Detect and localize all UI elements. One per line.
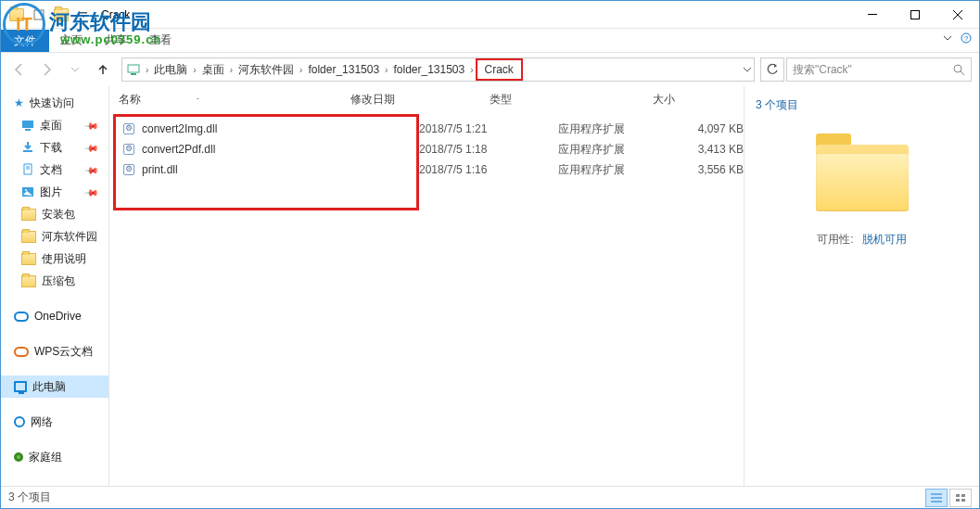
nav-recent-icon[interactable]	[62, 57, 88, 83]
svg-rect-1	[80, 12, 87, 14]
navigation-pane: ★快速访问 桌面📌 下载📌 文档📌 图片📌 安装包 河东软件园 使用说明 压缩包…	[1, 86, 109, 486]
file-date: 2018/7/5 1:21	[419, 122, 558, 135]
download-icon	[21, 141, 34, 154]
file-row[interactable]: convert2Pdf.dll	[116, 139, 416, 159]
ribbon-view-tab[interactable]: 查看	[138, 29, 183, 52]
status-bar: 3 个项目	[1, 486, 979, 508]
sidebar-item-desktop[interactable]: 桌面📌	[1, 114, 108, 136]
folder-icon	[6, 5, 27, 25]
view-large-button[interactable]	[949, 489, 972, 507]
folder-icon	[21, 275, 36, 287]
ribbon: 文件 主页 共享 查看 ?	[1, 29, 979, 53]
cloud-icon	[14, 312, 29, 322]
navigation-bar: › 此电脑› 桌面› 河东软件园› folder_131503› folder_…	[1, 53, 979, 86]
window-title: Crack	[101, 8, 130, 21]
file-size: 3,413 KB	[669, 143, 744, 156]
status-item-count: 3 个项目	[8, 490, 51, 505]
search-placeholder: 搜索"Crack"	[793, 62, 852, 78]
sidebar-onedrive[interactable]: OneDrive	[1, 305, 108, 327]
nav-back-button[interactable]	[6, 57, 32, 83]
svg-rect-0	[34, 10, 44, 19]
address-dropdown-icon[interactable]	[743, 65, 752, 74]
refresh-button[interactable]	[760, 57, 784, 82]
svg-rect-6	[128, 65, 139, 72]
sidebar-wps[interactable]: WPS云文档	[1, 340, 108, 363]
breadcrumb-seg-4[interactable]: folder_131503	[389, 58, 468, 81]
folder-icon	[21, 209, 36, 221]
highlight-annotation: convert2Img.dll convert2Pdf.dll print.dl…	[113, 114, 419, 210]
svg-rect-21	[956, 494, 960, 497]
pin-icon: 📌	[84, 140, 99, 155]
search-box[interactable]: 搜索"Crack"	[786, 57, 972, 82]
nav-up-button[interactable]	[90, 57, 116, 83]
sidebar-item-documents[interactable]: 文档📌	[1, 159, 108, 181]
folder-icon	[21, 231, 36, 243]
details-item-count: 3 个项目	[756, 97, 968, 113]
pin-icon: 📌	[84, 118, 99, 133]
file-row[interactable]: convert2Img.dll	[116, 119, 416, 139]
sidebar-item-hedong[interactable]: 河东软件园	[1, 225, 108, 248]
svg-point-8	[954, 65, 961, 72]
cloud-icon	[14, 347, 29, 357]
pc-icon	[14, 381, 27, 392]
qat-customize-icon[interactable]	[73, 5, 94, 25]
file-type: 应用程序扩展	[558, 121, 669, 137]
pin-icon: 📌	[84, 162, 99, 177]
file-name: convert2Pdf.dll	[142, 143, 215, 156]
chevron-right-icon[interactable]: ›	[144, 65, 150, 75]
column-type[interactable]: 类型	[490, 92, 601, 108]
sidebar-item-archives[interactable]: 压缩包	[1, 270, 108, 292]
minimize-button[interactable]	[851, 1, 894, 28]
ribbon-help-icon[interactable]: ?	[961, 32, 972, 44]
sidebar-item-instructions[interactable]: 使用说明	[1, 248, 108, 270]
svg-line-9	[961, 71, 964, 75]
sidebar-quick-access[interactable]: ★快速访问	[1, 92, 108, 114]
svg-rect-12	[23, 150, 32, 152]
qat-properties-icon[interactable]	[29, 5, 49, 25]
star-icon: ★	[14, 96, 24, 109]
sidebar-item-pictures[interactable]: 图片📌	[1, 181, 108, 203]
svg-rect-10	[22, 121, 33, 128]
svg-rect-22	[961, 494, 965, 497]
breadcrumb-seg-1[interactable]: 桌面	[198, 58, 228, 81]
view-details-button[interactable]	[925, 489, 948, 507]
maximize-button[interactable]	[894, 1, 936, 28]
file-type: 应用程序扩展	[558, 162, 669, 178]
title-bar: Crack	[1, 1, 979, 29]
file-type: 应用程序扩展	[558, 142, 669, 158]
svg-rect-2	[868, 14, 877, 15]
search-icon[interactable]	[952, 63, 965, 76]
sidebar-item-downloads[interactable]: 下载📌	[1, 136, 108, 159]
file-size: 4,097 KB	[669, 122, 744, 135]
details-pane: 3 个项目 可用性: 脱机可用	[744, 86, 979, 486]
picture-icon	[21, 185, 34, 198]
ribbon-share-tab[interactable]: 共享	[94, 29, 138, 52]
breadcrumb-seg-2[interactable]: 河东软件园	[235, 58, 298, 81]
address-bar[interactable]: › 此电脑› 桌面› 河东软件园› folder_131503› folder_…	[121, 57, 755, 82]
breadcrumb-seg-3[interactable]: folder_131503	[304, 58, 383, 81]
column-name[interactable]: 名称ˆ	[119, 92, 350, 108]
nav-forward-button[interactable]	[34, 57, 60, 83]
column-headers: 名称ˆ 修改日期 类型 大小	[109, 86, 744, 112]
file-date: 2018/7/5 1:18	[419, 143, 558, 156]
sidebar-item-install[interactable]: 安装包	[1, 203, 108, 225]
column-date[interactable]: 修改日期	[350, 92, 490, 108]
dll-icon	[121, 162, 136, 177]
sidebar-thispc[interactable]: 此电脑	[1, 375, 108, 398]
svg-text:?: ?	[964, 34, 969, 43]
file-name: convert2Img.dll	[142, 122, 217, 135]
sidebar-network[interactable]: 网络	[1, 411, 108, 433]
close-button[interactable]	[936, 1, 979, 28]
column-size[interactable]: 大小	[601, 92, 675, 108]
breadcrumb-seg-0[interactable]: 此电脑	[150, 58, 191, 81]
ribbon-expand-icon[interactable]	[942, 32, 953, 44]
file-row[interactable]: print.dll	[116, 159, 416, 180]
sidebar-homegroup[interactable]: 家庭组	[1, 446, 108, 468]
pc-icon	[126, 62, 141, 77]
file-size: 3,556 KB	[669, 163, 744, 176]
ribbon-home-tab[interactable]: 主页	[49, 29, 94, 52]
breadcrumb-seg-current[interactable]: Crack	[476, 58, 523, 81]
dll-icon	[121, 121, 136, 136]
qat-newfolder-icon[interactable]	[51, 5, 71, 25]
ribbon-file-tab[interactable]: 文件	[1, 30, 49, 52]
